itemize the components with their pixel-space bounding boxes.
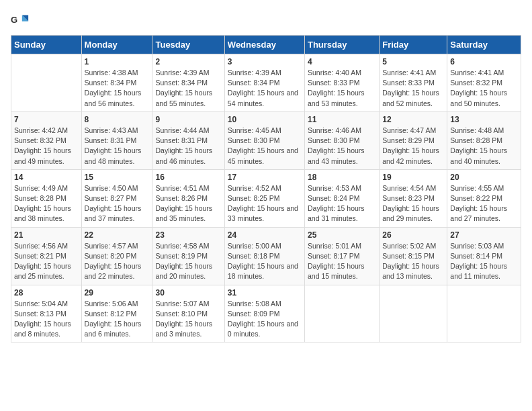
day-number: 9 bbox=[155, 115, 221, 124]
calendar-cell: 16Sunrise: 4:51 AMSunset: 8:26 PMDayligh… bbox=[152, 169, 224, 227]
calendar-header-row: SundayMondayTuesdayWednesdayThursdayFrid… bbox=[11, 36, 521, 54]
day-number: 31 bbox=[228, 288, 302, 298]
calendar-cell: 8Sunrise: 4:43 AMSunset: 8:31 PMDaylight… bbox=[81, 111, 152, 169]
calendar-cell: 11Sunrise: 4:46 AMSunset: 8:30 PMDayligh… bbox=[304, 111, 379, 169]
cell-info: Sunrise: 4:51 AMSunset: 8:26 PMDaylight:… bbox=[155, 183, 221, 224]
cell-info: Sunrise: 4:44 AMSunset: 8:31 PMDaylight:… bbox=[155, 126, 221, 167]
cell-info: Sunrise: 4:50 AMSunset: 8:27 PMDaylight:… bbox=[85, 183, 150, 224]
cell-info: Sunrise: 4:45 AMSunset: 8:30 PMDaylight:… bbox=[228, 126, 302, 167]
day-number: 16 bbox=[155, 173, 221, 182]
calendar-cell: 9Sunrise: 4:44 AMSunset: 8:31 PMDaylight… bbox=[152, 111, 224, 169]
day-number: 27 bbox=[450, 230, 518, 240]
cell-info: Sunrise: 4:42 AMSunset: 8:32 PMDaylight:… bbox=[14, 126, 79, 167]
calendar-cell bbox=[380, 285, 447, 342]
cell-info: Sunrise: 4:49 AMSunset: 8:28 PMDaylight:… bbox=[14, 183, 79, 224]
day-number: 20 bbox=[450, 173, 518, 182]
calendar-cell: 25Sunrise: 5:01 AMSunset: 8:17 PMDayligh… bbox=[304, 227, 379, 285]
calendar-cell: 20Sunrise: 4:55 AMSunset: 8:22 PMDayligh… bbox=[447, 169, 521, 227]
cell-info: Sunrise: 5:07 AMSunset: 8:10 PMDaylight:… bbox=[155, 299, 221, 340]
calendar-cell: 31Sunrise: 5:08 AMSunset: 8:09 PMDayligh… bbox=[224, 285, 304, 342]
cell-info: Sunrise: 4:39 AMSunset: 8:34 PMDaylight:… bbox=[155, 68, 221, 109]
cell-info: Sunrise: 4:48 AMSunset: 8:28 PMDaylight:… bbox=[450, 126, 518, 167]
calendar-week-row: 21Sunrise: 4:56 AMSunset: 8:21 PMDayligh… bbox=[11, 227, 521, 285]
calendar-cell bbox=[304, 285, 379, 342]
day-number: 14 bbox=[14, 173, 79, 182]
calendar-cell: 27Sunrise: 5:03 AMSunset: 8:14 PMDayligh… bbox=[447, 227, 521, 285]
calendar-cell: 29Sunrise: 5:06 AMSunset: 8:12 PMDayligh… bbox=[81, 285, 152, 342]
day-number: 1 bbox=[85, 57, 150, 66]
cell-info: Sunrise: 5:06 AMSunset: 8:12 PMDaylight:… bbox=[85, 299, 150, 340]
cell-info: Sunrise: 5:03 AMSunset: 8:14 PMDaylight:… bbox=[450, 241, 518, 282]
day-number: 21 bbox=[14, 230, 79, 240]
cell-info: Sunrise: 4:55 AMSunset: 8:22 PMDaylight:… bbox=[450, 183, 518, 224]
day-number: 11 bbox=[308, 115, 376, 124]
day-number: 25 bbox=[308, 230, 376, 240]
day-number: 10 bbox=[228, 115, 302, 124]
cell-info: Sunrise: 4:58 AMSunset: 8:19 PMDaylight:… bbox=[155, 241, 221, 282]
cell-info: Sunrise: 4:39 AMSunset: 8:34 PMDaylight:… bbox=[228, 68, 302, 109]
cell-info: Sunrise: 4:41 AMSunset: 8:32 PMDaylight:… bbox=[450, 68, 518, 109]
cell-info: Sunrise: 4:56 AMSunset: 8:21 PMDaylight:… bbox=[14, 241, 79, 282]
cell-info: Sunrise: 4:52 AMSunset: 8:25 PMDaylight:… bbox=[228, 183, 302, 224]
day-number: 22 bbox=[85, 230, 150, 240]
day-number: 26 bbox=[382, 230, 444, 240]
day-number: 5 bbox=[382, 57, 444, 66]
calendar-cell: 18Sunrise: 4:53 AMSunset: 8:24 PMDayligh… bbox=[304, 169, 379, 227]
header-day-wednesday: Wednesday bbox=[224, 36, 304, 54]
cell-info: Sunrise: 4:41 AMSunset: 8:33 PMDaylight:… bbox=[382, 68, 444, 109]
calendar-week-row: 7Sunrise: 4:42 AMSunset: 8:32 PMDaylight… bbox=[11, 111, 521, 169]
day-number: 7 bbox=[14, 115, 79, 124]
calendar-week-row: 1Sunrise: 4:38 AMSunset: 8:34 PMDaylight… bbox=[11, 54, 521, 112]
calendar-cell: 24Sunrise: 5:00 AMSunset: 8:18 PMDayligh… bbox=[224, 227, 304, 285]
day-number: 4 bbox=[308, 57, 376, 66]
svg-text:G: G bbox=[11, 15, 17, 25]
day-number: 6 bbox=[450, 57, 518, 66]
day-number: 28 bbox=[14, 288, 79, 298]
cell-info: Sunrise: 4:53 AMSunset: 8:24 PMDaylight:… bbox=[308, 183, 376, 224]
calendar-cell: 13Sunrise: 4:48 AMSunset: 8:28 PMDayligh… bbox=[447, 111, 521, 169]
calendar-cell: 6Sunrise: 4:41 AMSunset: 8:32 PMDaylight… bbox=[447, 54, 521, 112]
calendar-table: SundayMondayTuesdayWednesdayThursdayFrid… bbox=[11, 35, 521, 342]
calendar-cell: 14Sunrise: 4:49 AMSunset: 8:28 PMDayligh… bbox=[11, 169, 82, 227]
page-header: G bbox=[11, 11, 521, 30]
calendar-cell: 2Sunrise: 4:39 AMSunset: 8:34 PMDaylight… bbox=[152, 54, 224, 112]
day-number: 2 bbox=[155, 57, 221, 66]
cell-info: Sunrise: 4:47 AMSunset: 8:29 PMDaylight:… bbox=[382, 126, 444, 167]
cell-info: Sunrise: 4:57 AMSunset: 8:20 PMDaylight:… bbox=[85, 241, 150, 282]
cell-info: Sunrise: 5:04 AMSunset: 8:13 PMDaylight:… bbox=[14, 299, 79, 340]
calendar-cell: 1Sunrise: 4:38 AMSunset: 8:34 PMDaylight… bbox=[81, 54, 152, 112]
day-number: 18 bbox=[308, 173, 376, 182]
calendar-cell: 12Sunrise: 4:47 AMSunset: 8:29 PMDayligh… bbox=[380, 111, 447, 169]
calendar-cell: 5Sunrise: 4:41 AMSunset: 8:33 PMDaylight… bbox=[380, 54, 447, 112]
cell-info: Sunrise: 5:08 AMSunset: 8:09 PMDaylight:… bbox=[228, 299, 302, 340]
calendar-cell: 21Sunrise: 4:56 AMSunset: 8:21 PMDayligh… bbox=[11, 227, 82, 285]
cell-info: Sunrise: 4:38 AMSunset: 8:34 PMDaylight:… bbox=[85, 68, 150, 109]
calendar-cell: 4Sunrise: 4:40 AMSunset: 8:33 PMDaylight… bbox=[304, 54, 379, 112]
header-day-monday: Monday bbox=[81, 36, 152, 54]
calendar-cell: 3Sunrise: 4:39 AMSunset: 8:34 PMDaylight… bbox=[224, 54, 304, 112]
calendar-cell: 19Sunrise: 4:54 AMSunset: 8:23 PMDayligh… bbox=[380, 169, 447, 227]
cell-info: Sunrise: 5:02 AMSunset: 8:15 PMDaylight:… bbox=[382, 241, 444, 282]
calendar-week-row: 14Sunrise: 4:49 AMSunset: 8:28 PMDayligh… bbox=[11, 169, 521, 227]
calendar-cell: 30Sunrise: 5:07 AMSunset: 8:10 PMDayligh… bbox=[152, 285, 224, 342]
day-number: 29 bbox=[85, 288, 150, 298]
day-number: 30 bbox=[155, 288, 221, 298]
calendar-cell: 23Sunrise: 4:58 AMSunset: 8:19 PMDayligh… bbox=[152, 227, 224, 285]
header-day-tuesday: Tuesday bbox=[152, 36, 224, 54]
header-day-sunday: Sunday bbox=[11, 36, 82, 54]
calendar-cell: 15Sunrise: 4:50 AMSunset: 8:27 PMDayligh… bbox=[81, 169, 152, 227]
cell-info: Sunrise: 4:54 AMSunset: 8:23 PMDaylight:… bbox=[382, 183, 444, 224]
header-day-thursday: Thursday bbox=[304, 36, 379, 54]
header-day-saturday: Saturday bbox=[447, 36, 521, 54]
day-number: 13 bbox=[450, 115, 518, 124]
calendar-cell: 22Sunrise: 4:57 AMSunset: 8:20 PMDayligh… bbox=[81, 227, 152, 285]
cell-info: Sunrise: 5:01 AMSunset: 8:17 PMDaylight:… bbox=[308, 241, 376, 282]
header-day-friday: Friday bbox=[380, 36, 447, 54]
calendar-cell: 7Sunrise: 4:42 AMSunset: 8:32 PMDaylight… bbox=[11, 111, 82, 169]
cell-info: Sunrise: 4:40 AMSunset: 8:33 PMDaylight:… bbox=[308, 68, 376, 109]
day-number: 3 bbox=[228, 57, 302, 66]
calendar-cell bbox=[447, 285, 521, 342]
cell-info: Sunrise: 4:46 AMSunset: 8:30 PMDaylight:… bbox=[308, 126, 376, 167]
day-number: 23 bbox=[155, 230, 221, 240]
day-number: 17 bbox=[228, 173, 302, 182]
